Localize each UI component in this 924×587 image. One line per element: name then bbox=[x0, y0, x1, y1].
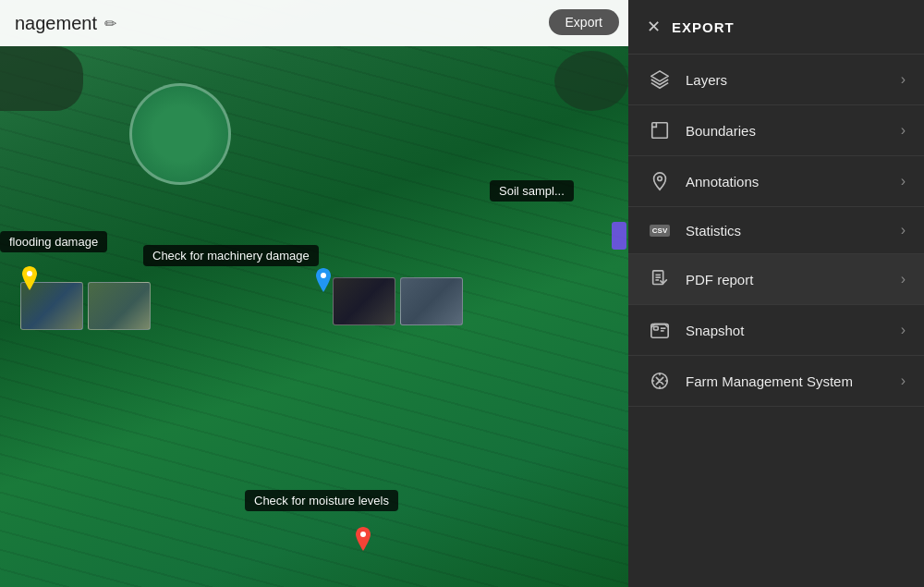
edit-icon[interactable]: ✏ bbox=[104, 15, 116, 32]
svg-rect-11 bbox=[654, 326, 659, 330]
patch-top-right bbox=[554, 51, 628, 111]
pin-yellow[interactable] bbox=[20, 266, 39, 290]
farm-icon bbox=[647, 371, 673, 391]
snapshot-icon bbox=[647, 320, 673, 340]
close-x-icon[interactable]: ✕ bbox=[647, 17, 661, 37]
boundaries-chevron-icon: › bbox=[901, 122, 906, 139]
pin-red[interactable] bbox=[354, 527, 372, 551]
snapshot-chevron-icon: › bbox=[901, 322, 906, 338]
menu-item-layers[interactable]: Layers › bbox=[628, 55, 924, 105]
thumbnail-machinery-2 bbox=[400, 277, 463, 325]
svg-rect-4 bbox=[652, 123, 668, 139]
map-label-machinery: Check for machinery damage bbox=[143, 245, 319, 266]
annotations-label: Annotations bbox=[686, 174, 901, 190]
menu-item-farm-management[interactable]: Farm Management System › bbox=[628, 356, 924, 407]
title-text: nagement bbox=[15, 13, 97, 34]
boundaries-icon bbox=[647, 120, 673, 141]
map-label-moisture: Check for moisture levels bbox=[245, 490, 398, 511]
menu-item-snapshot[interactable]: Snapshot › bbox=[628, 305, 924, 356]
map-label-soil: Soil sampl... bbox=[490, 180, 574, 202]
annotations-chevron-icon: › bbox=[901, 173, 906, 190]
thumbnail-machinery-1 bbox=[333, 277, 395, 325]
circle-field-feature bbox=[129, 83, 231, 185]
sidebar: ✕ EXPORT Layers › Boundar bbox=[628, 0, 924, 587]
statistics-chevron-icon: › bbox=[901, 222, 906, 238]
layers-icon bbox=[647, 69, 673, 90]
snapshot-label: Snapshot bbox=[686, 323, 901, 338]
statistics-label: Statistics bbox=[686, 223, 901, 238]
app: nagement ✏ Export flooding damage Check … bbox=[0, 0, 924, 587]
layers-label: Layers bbox=[686, 72, 901, 88]
thumbnail-flooding-2 bbox=[88, 282, 151, 330]
map-label-flooding: flooding damage bbox=[0, 231, 107, 252]
layers-chevron-icon: › bbox=[901, 71, 906, 88]
menu-item-annotations[interactable]: Annotations › bbox=[628, 156, 924, 207]
pdf-report-label: PDF report bbox=[686, 272, 901, 287]
map-header: nagement ✏ bbox=[0, 0, 628, 46]
statistics-icon: CSV bbox=[647, 225, 673, 237]
svg-point-5 bbox=[658, 177, 663, 181]
map-area: nagement ✏ Export flooding damage Check … bbox=[0, 0, 628, 587]
menu-item-statistics[interactable]: CSV Statistics › bbox=[628, 207, 924, 254]
pin-blue[interactable] bbox=[314, 268, 333, 292]
svg-point-1 bbox=[321, 273, 326, 278]
blue-marker bbox=[612, 222, 626, 250]
svg-marker-3 bbox=[651, 71, 668, 81]
farm-management-label: Farm Management System bbox=[686, 373, 901, 389]
pdf-report-chevron-icon: › bbox=[901, 271, 906, 287]
patch-top-left bbox=[0, 46, 83, 111]
sidebar-header: ✕ EXPORT bbox=[628, 0, 924, 55]
menu-item-pdf-report[interactable]: PDF report › bbox=[628, 254, 924, 305]
annotations-icon bbox=[647, 171, 673, 191]
export-button[interactable]: Export bbox=[549, 9, 619, 35]
page-title: nagement ✏ bbox=[15, 13, 116, 34]
menu-item-boundaries[interactable]: Boundaries › bbox=[628, 105, 924, 156]
pdf-icon bbox=[647, 269, 673, 289]
boundaries-label: Boundaries bbox=[686, 123, 901, 139]
svg-point-0 bbox=[27, 271, 32, 276]
farm-management-chevron-icon: › bbox=[901, 373, 906, 389]
svg-point-2 bbox=[360, 532, 366, 537]
sidebar-title: EXPORT bbox=[672, 19, 735, 35]
